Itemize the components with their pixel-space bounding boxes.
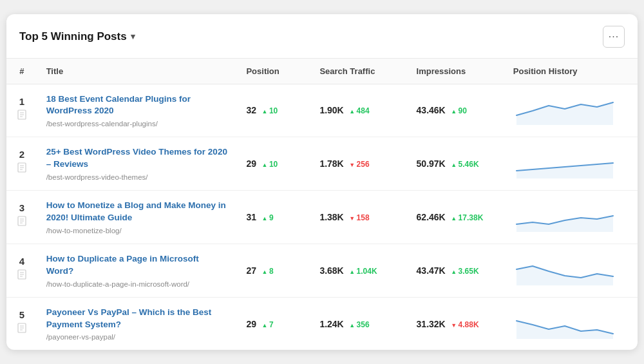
impressions-cell: 62.46K 17.38K <box>408 191 504 244</box>
traffic-delta: 356 <box>349 320 369 329</box>
impressions-value: 50.97K <box>417 158 446 169</box>
impressions-cell: 31.32K 4.88K <box>408 297 504 350</box>
position-delta: 10 <box>261 106 278 115</box>
table-row: 1 18 Best Event Calendar Plugins for Wor… <box>6 84 638 137</box>
traffic-cell: 1.90K 484 <box>310 84 407 137</box>
col-impressions-header: Impressions <box>408 59 504 84</box>
traffic-value: 1.38K <box>319 212 343 222</box>
document-icon <box>15 110 28 122</box>
col-title-header: Title <box>37 59 238 84</box>
position-value: 31 <box>246 212 256 222</box>
impressions-value: 31.32K <box>417 319 446 329</box>
traffic-delta: 158 <box>349 213 369 222</box>
table-body: 1 18 Best Event Calendar Plugins for Wor… <box>6 84 638 350</box>
sparkline-chart <box>513 253 616 285</box>
table-row: 4 How to Duplicate a Page in Microsoft W… <box>6 244 638 297</box>
traffic-delta: 256 <box>349 160 369 169</box>
traffic-cell: 1.38K 158 <box>310 191 407 244</box>
impressions-delta: 17.38K <box>451 213 483 222</box>
position-cell: 27 8 <box>237 244 310 297</box>
post-url: /best-wordpress-calendar-plugins/ <box>46 120 229 128</box>
title-cell: Payoneer Vs PayPal – Which is the Best P… <box>37 297 238 350</box>
sparkline-cell <box>504 137 638 191</box>
position-value: 27 <box>246 265 256 276</box>
post-url: /how-to-monetize-blog/ <box>46 227 229 235</box>
table-row: 2 25+ Best WordPress Video Themes for 20… <box>6 137 638 191</box>
rank-cell: 5 <box>6 297 37 350</box>
sparkline-chart <box>513 200 616 232</box>
traffic-cell: 1.24K 356 <box>310 297 407 350</box>
title-cell: 18 Best Event Calendar Plugins for WordP… <box>37 84 238 137</box>
position-value: 29 <box>246 319 256 329</box>
rank-cell: 1 <box>6 84 37 137</box>
post-title[interactable]: How to Monetize a Blog and Make Money in… <box>46 200 229 224</box>
document-icon <box>15 216 28 228</box>
rank-number: 3 <box>15 202 28 213</box>
card-title: Top 5 Winning Posts ▾ <box>19 30 135 43</box>
impressions-delta: 4.88K <box>451 320 478 329</box>
title-text: Top 5 Winning Posts <box>19 30 127 43</box>
position-cell: 29 7 <box>237 297 310 350</box>
post-url: /how-to-duplicate-a-page-in-microsoft-wo… <box>46 280 229 288</box>
col-position-header: Position <box>237 59 310 84</box>
top-winning-posts-card: Top 5 Winning Posts ▾ ··· # Title Positi… <box>6 14 638 350</box>
position-delta: 7 <box>261 320 273 329</box>
post-title[interactable]: 18 Best Event Calendar Plugins for WordP… <box>46 93 229 118</box>
impressions-value: 62.46K <box>417 212 446 222</box>
table-row: 3 How to Monetize a Blog and Make Money … <box>6 191 638 244</box>
document-icon <box>15 269 28 282</box>
impressions-cell: 43.47K 3.65K <box>408 244 504 297</box>
table-row: 5 Payoneer Vs PayPal – Which is the Best… <box>6 297 638 350</box>
traffic-value: 1.90K <box>319 105 343 115</box>
post-url: /payoneer-vs-paypal/ <box>46 333 229 341</box>
rank-cell: 4 <box>6 244 37 297</box>
traffic-value: 1.24K <box>319 319 343 329</box>
post-title[interactable]: How to Duplicate a Page in Microsoft Wor… <box>46 253 229 278</box>
impressions-delta: 90 <box>451 106 467 115</box>
impressions-cell: 50.97K 5.46K <box>408 137 504 191</box>
col-rank-header: # <box>6 59 37 84</box>
position-cell: 32 10 <box>237 84 310 137</box>
title-cell: How to Duplicate a Page in Microsoft Wor… <box>37 244 238 297</box>
traffic-delta: 1.04K <box>349 267 377 276</box>
rank-number: 1 <box>15 96 28 107</box>
traffic-cell: 3.68K 1.04K <box>310 244 407 297</box>
chevron-icon[interactable]: ▾ <box>131 32 135 41</box>
post-title[interactable]: 25+ Best WordPress Video Themes for 2020… <box>46 146 229 171</box>
col-history-header: Position History <box>504 59 638 84</box>
rank-cell: 2 <box>6 137 37 191</box>
position-delta: 8 <box>261 267 273 276</box>
post-title[interactable]: Payoneer Vs PayPal – Which is the Best P… <box>46 307 229 331</box>
position-delta: 9 <box>261 213 273 222</box>
title-cell: 25+ Best WordPress Video Themes for 2020… <box>37 137 238 191</box>
impressions-cell: 43.46K 90 <box>408 84 504 137</box>
sparkline-chart <box>513 93 616 125</box>
impressions-value: 43.47K <box>417 265 446 276</box>
sparkline-cell <box>504 191 638 244</box>
traffic-value: 3.68K <box>319 265 343 276</box>
rank-number: 4 <box>15 256 28 267</box>
position-cell: 31 9 <box>237 191 310 244</box>
rank-cell: 3 <box>6 191 37 244</box>
card-header: Top 5 Winning Posts ▾ ··· <box>6 14 638 59</box>
position-value: 29 <box>246 158 256 169</box>
title-cell: How to Monetize a Blog and Make Money in… <box>37 191 238 244</box>
post-url: /best-wordpress-video-themes/ <box>46 173 229 181</box>
sparkline-chart <box>513 146 616 178</box>
more-options-button[interactable]: ··· <box>603 26 625 48</box>
position-cell: 29 10 <box>237 137 310 191</box>
col-traffic-header: Search Traffic <box>310 59 407 84</box>
impressions-value: 43.46K <box>417 105 446 115</box>
rank-number: 5 <box>15 309 28 320</box>
impressions-delta: 3.65K <box>451 267 478 276</box>
traffic-value: 1.78K <box>319 158 343 169</box>
traffic-delta: 484 <box>349 106 369 115</box>
position-value: 32 <box>246 105 256 115</box>
document-icon <box>15 162 28 175</box>
sparkline-cell <box>504 244 638 297</box>
sparkline-cell <box>504 297 638 350</box>
sparkline-cell <box>504 84 638 137</box>
table-header: # Title Position Search Traffic Impressi… <box>6 59 638 84</box>
sparkline-chart <box>513 307 616 339</box>
position-delta: 10 <box>261 160 278 169</box>
